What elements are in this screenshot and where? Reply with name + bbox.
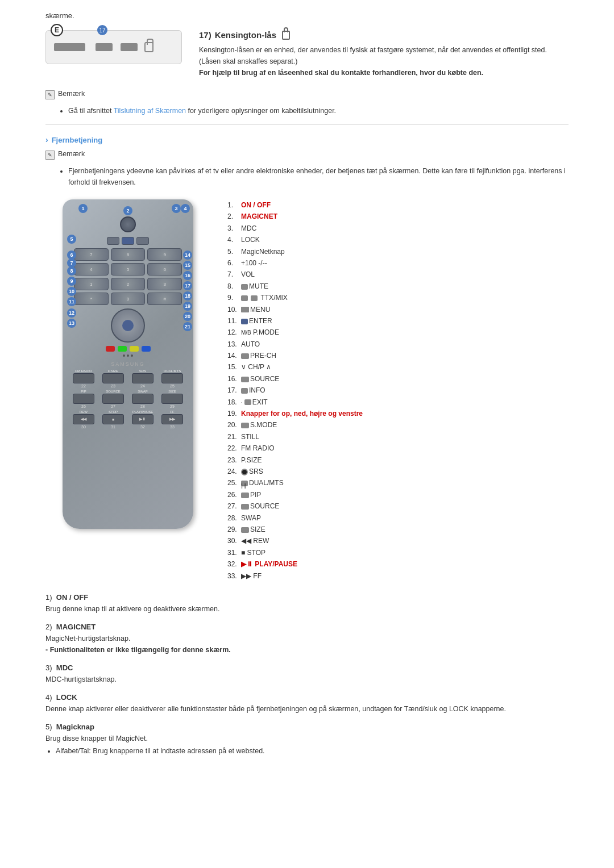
rb-num-23: 23: [111, 384, 115, 388]
note2-list: Fjernbetjeningens ydeevne kan påvirkes a…: [57, 165, 569, 188]
btn-9: 9: [147, 248, 182, 261]
remote-item-30: 30. ◀◀ REW: [227, 535, 569, 546]
remote-item-4: 4. LOCK: [227, 234, 569, 245]
prech-icon: [241, 353, 249, 359]
remote-labels-list: 1. ON / OFF 2. MAGICNET 3. MDC 4. LOCK 5…: [227, 199, 569, 582]
remote-item-14: 14. PRE-CH: [227, 350, 569, 361]
remote-item-7: 7. VOL: [227, 269, 569, 280]
badge-10: 10: [67, 287, 76, 296]
rb-cell-dual: DUAL/MTS 25: [158, 369, 186, 388]
kensington-info: 17) Kensington-lås Kensington-låsen er e…: [199, 30, 569, 78]
remote-item-3: 3. MDC: [227, 223, 569, 234]
exit-prefix: ·: [241, 399, 243, 405]
note2-box: ✎ Bemærk: [45, 150, 569, 160]
rb-cell-swap: SWAP 28: [128, 390, 157, 408]
note1-label: Bemærk: [58, 90, 85, 98]
remote-item-24: 24. SRS: [227, 466, 569, 477]
remote-item-1: 1. ON / OFF: [227, 199, 569, 211]
device-box: E 17: [45, 30, 182, 64]
remote-item-10: 10. MENU: [227, 304, 569, 315]
rb-label-size: SIZE: [168, 390, 176, 393]
lock-icon: [144, 42, 154, 52]
remote-item-16: 16. SOURCE: [227, 373, 569, 385]
rb-label-psize: P.SIZE: [108, 369, 118, 373]
pip-icon: [241, 493, 249, 498]
device-image: E 17: [45, 30, 182, 78]
bottom-row-3: REW ◀◀ 30 STOP ■ 31 PLAY/PAUSE ▶⏸ 32: [69, 410, 186, 429]
remote-item-33: 33. ▶▶ FF: [227, 570, 569, 582]
mute-icon: [241, 284, 248, 290]
desc-num-4: 4) LOCK: [45, 693, 569, 702]
kensington-num: 17): [199, 30, 211, 40]
rb-num-31: 31: [111, 425, 115, 429]
btn-17: 0: [111, 293, 146, 305]
btn-12: 6: [147, 263, 182, 276]
rb-label-srs: SRS: [139, 369, 146, 373]
note2-bullet: Fjernbetjeningens ydeevne kan påvirkes a…: [68, 165, 569, 188]
desc-text-4: Denne knap aktiverer eller deaktiverer a…: [45, 703, 569, 715]
remote-item-15: 15. ∨ CH/P ∧: [227, 361, 569, 373]
remote-item-12: 12. M/B P.MODE: [227, 327, 569, 338]
remote-item-2: 2. MAGICNET: [227, 211, 569, 222]
remote-item-8: 8. MUTE: [227, 281, 569, 292]
srs-icon: [241, 469, 248, 475]
remote-bottom-labels: FM RADIO 22 P.SIZE 23 SRS 24: [69, 369, 186, 429]
tilslutning-link[interactable]: Tilslutning af Skærmen: [114, 107, 186, 115]
badge-1: 1: [78, 204, 88, 213]
desc-item-1: 1) ON / OFF Brug denne knap til at aktiv…: [45, 593, 569, 615]
rb-btn-swap: [132, 394, 154, 404]
badge-5: 5: [67, 235, 76, 244]
color-red: [106, 346, 115, 352]
intro-text: skærme.: [45, 11, 569, 20]
remote-item-19: 19. Knapper for op, ned, højre og venstr…: [227, 408, 569, 419]
remote-item-17: 17. INFO: [227, 385, 569, 396]
desc-num-5: 5) Magicknap: [45, 723, 569, 731]
rb-label-play: PLAY/PAUSE: [132, 410, 153, 414]
rb-num-27: 27: [111, 404, 115, 408]
remote-item-20: 20. S.MODE: [227, 419, 569, 431]
badge-17: 17: [97, 25, 107, 35]
rb-num-22: 22: [81, 384, 86, 388]
desc-section: 1) ON / OFF Brug denne knap til at aktiv…: [45, 593, 569, 757]
rb-label-ff: FF: [170, 410, 174, 414]
badge-2: 2: [123, 206, 132, 215]
rb-btn-stop: ■: [102, 414, 124, 424]
remote-num-pad: 7 7 8 9 4 5 6 1 2 3 * 0 #: [74, 248, 182, 305]
kensington-title: 17) Kensington-lås: [199, 30, 569, 40]
remote-item-18: 18. · EXIT: [227, 397, 569, 408]
small-dots: [68, 354, 188, 357]
rb-num-32: 32: [140, 425, 145, 429]
rb-num-30: 30: [81, 425, 86, 429]
remote-item-11: 11. ENTER: [227, 315, 569, 327]
desc-list-5: Alfabet/Tal: Brug knapperne til at indta…: [56, 745, 569, 757]
remote-item-6: 6. +100 -/--: [227, 257, 569, 269]
badge-16: 16: [183, 271, 192, 280]
remote-item-13: 13. AUTO: [227, 339, 569, 350]
remote-item-28: 28. SWAP: [227, 512, 569, 524]
rb-label-source: SOURCE: [106, 390, 121, 393]
note1-bullet: Gå til afsnittet Tilslutning af Skærmen …: [68, 105, 569, 116]
remote-body: 1 3 4 2 5 6 14 15 16: [63, 199, 193, 529]
remote-item-9: 9. TTX/MIX: [227, 292, 569, 303]
lock-icon-small: [282, 31, 290, 40]
divider1: [45, 124, 569, 125]
dual-icon: H: [241, 481, 248, 486]
mix-icon: [251, 295, 258, 301]
remote-item-29: 29. SIZE: [227, 524, 569, 535]
enter-icon: [241, 319, 248, 324]
e-badge: E: [51, 24, 63, 36]
info-icon: [241, 388, 248, 394]
menu-icon: [241, 307, 249, 312]
remote-section: 1 3 4 2 5 6 14 15 16: [45, 199, 569, 582]
rb-cell-srs: SRS 24: [128, 369, 157, 388]
note1-box: ✎ Bemærk: [45, 90, 569, 99]
smode-icon: [241, 423, 249, 428]
rb-btn-dual: [161, 373, 183, 383]
badge-18: 18: [183, 291, 192, 301]
mb-prefix: M/B: [241, 330, 251, 336]
btn-15: 3: [147, 278, 182, 290]
desc-item-4: 4) LOCK Denne knap aktiverer eller deakt…: [45, 693, 569, 715]
slot3: [121, 43, 138, 51]
desc-num-3: 3) MDC: [45, 663, 569, 672]
dot3: [131, 354, 133, 357]
